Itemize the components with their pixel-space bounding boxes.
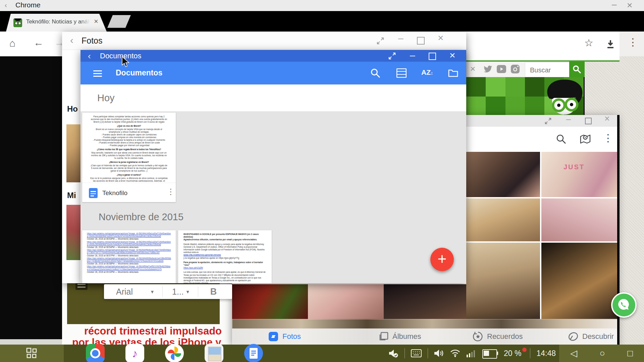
document-card-teknofilo[interactable]: Para participar debes completar tantas a… — [82, 113, 176, 202]
photo-thumbnail[interactable] — [66, 205, 81, 260]
taskbar: ♪ — [0, 345, 644, 362]
photos-minimize-icon[interactable]: – — [566, 115, 571, 123]
photos-menu-icon[interactable]: ⋮ — [603, 132, 613, 144]
create-document-fab[interactable]: + — [430, 248, 454, 271]
photo-thumbnail[interactable] — [541, 243, 617, 319]
wifi-icon[interactable] — [450, 349, 460, 357]
speaker-icon[interactable] — [434, 349, 444, 358]
keyboard-icon[interactable] — [411, 349, 422, 357]
window-back-icon[interactable]: ‹ — [5, 1, 7, 9]
site-search-button[interactable] — [569, 62, 585, 77]
photos-nav-recuerdos[interactable]: Recuerdos — [473, 331, 523, 342]
close-banner-icon[interactable]: × — [470, 64, 475, 74]
chrome-window-titlebar[interactable]: ‹ Chrome – × — [0, 0, 644, 11]
photos-nav-albumes[interactable]: Álbumes — [379, 332, 421, 341]
photo-thumbnail[interactable] — [384, 284, 466, 319]
fotos-close-icon[interactable]: × — [438, 34, 444, 42]
fotos-date-header-2: Mi — [67, 191, 76, 200]
fotos-expand-icon[interactable] — [377, 37, 384, 45]
clock[interactable]: 14:48 — [536, 349, 556, 358]
docs-app-icon[interactable] — [244, 344, 263, 362]
browser-menu-icon[interactable]: ⋮ — [628, 36, 638, 48]
minimize-icon[interactable]: – — [612, 0, 616, 10]
nav-label: Descubrir — [582, 332, 614, 341]
google-photos-app-icon[interactable] — [165, 344, 184, 362]
page-strip — [466, 56, 620, 60]
nav-back-button[interactable]: ◁ — [570, 348, 577, 359]
fotos-back-icon[interactable]: ‹ — [70, 35, 73, 46]
photos-nav-descubrir[interactable]: Descubrir — [568, 331, 614, 342]
photo-thumbnail[interactable] — [232, 284, 308, 319]
instagram-icon[interactable] — [511, 64, 520, 74]
photos-maximize-icon[interactable] — [585, 118, 592, 124]
document-preview: Para participar debes completar tantas a… — [88, 115, 170, 182]
documentos-minimize-icon[interactable]: – — [410, 50, 415, 61]
photo-thumbnail[interactable] — [308, 284, 384, 319]
fotos-minimize-icon[interactable]: – — [398, 35, 404, 42]
folder-icon[interactable] — [448, 69, 458, 77]
menu-icon[interactable] — [93, 69, 102, 78]
bookmark-star-icon[interactable]: ☆ — [584, 37, 593, 49]
notification-dot — [522, 348, 527, 352]
app-launcher-button[interactable] — [0, 345, 64, 362]
nav-recents-button[interactable]: □ — [627, 348, 633, 359]
new-tab-button[interactable] — [107, 15, 131, 28]
taskbar-status-area: 20 % 14:48 — [388, 348, 556, 358]
documentos-maximize-icon[interactable] — [429, 53, 436, 60]
photos-nav-fotos[interactable]: Fotos — [268, 331, 301, 342]
photo-thumbnail[interactable] — [466, 152, 540, 197]
signal-bars-icon[interactable] — [466, 349, 476, 357]
documentos-back-icon[interactable]: ‹ — [88, 51, 91, 61]
nav-label: Recuerdos — [487, 332, 523, 341]
search-icon[interactable] — [370, 68, 380, 78]
music-app-icon[interactable]: ♪ — [125, 344, 144, 362]
photo-thumbnail[interactable] — [466, 243, 540, 319]
font-size-select[interactable]: 1... — [172, 287, 184, 297]
gallery-app-icon[interactable] — [205, 344, 223, 362]
site-search-input[interactable] — [525, 62, 575, 78]
mouse-cursor — [121, 56, 130, 68]
document-card-november-2[interactable]: INVESTIGANDO A GOOGLE por presunto ESPIO… — [178, 230, 272, 283]
fotos-maximize-icon[interactable] — [417, 37, 425, 45]
memories-tab-icon — [473, 331, 483, 342]
tab-close-icon[interactable]: × — [94, 17, 98, 26]
back-icon[interactable]: ← — [34, 37, 44, 48]
battery-icon[interactable] — [482, 349, 498, 357]
sort-az-icon[interactable]: AZ↕ — [421, 68, 433, 76]
photos-map-icon[interactable] — [580, 133, 591, 145]
documentos-titlebar[interactable]: ‹ Documentos – × — [80, 50, 466, 62]
font-family-select[interactable]: Arial — [116, 287, 133, 297]
volume-notification-icon[interactable] — [388, 349, 398, 358]
bold-button[interactable]: B — [210, 287, 217, 297]
documentos-toolbar-title: Documentos — [116, 68, 162, 77]
youtube-icon[interactable] — [496, 65, 506, 73]
article-headline-line1[interactable]: récord trimestral impulsado — [84, 325, 222, 337]
fotos-titlebar[interactable]: ‹ Fotos – × — [62, 32, 466, 50]
section-header-november: Noviembre de 2015 — [99, 212, 183, 223]
android-nav-buttons: ◁ ○ □ — [559, 345, 644, 362]
list-view-icon[interactable] — [396, 68, 407, 78]
font-size-dropdown-icon[interactable]: ▾ — [186, 289, 189, 295]
docs-format-bar: Arial ▾ 1... ▾ B — [104, 284, 232, 299]
photo-thumbnail[interactable] — [466, 198, 540, 241]
photos-expand-icon[interactable] — [545, 118, 551, 124]
documentos-close-icon[interactable]: × — [449, 50, 455, 61]
whatsapp-bubble[interactable] — [611, 292, 637, 318]
photos-search-icon[interactable] — [556, 134, 566, 144]
card-overflow-icon[interactable]: ⋮ — [167, 187, 175, 196]
documentos-expand-icon[interactable] — [388, 52, 396, 60]
document-card-november-1[interactable]: https://api.netatmo.net/api/getcamerapic… — [82, 230, 176, 283]
photo-thumbnail[interactable]: JUST — [541, 152, 617, 197]
chrome-app-icon[interactable] — [86, 344, 105, 362]
photos-close-icon[interactable]: × — [604, 115, 610, 122]
browser-tab[interactable]: Teknófilo: Noticias y análisis × — [6, 14, 107, 32]
download-icon[interactable] — [606, 40, 615, 49]
close-icon[interactable]: × — [627, 0, 632, 11]
home-icon[interactable]: ⌂ — [9, 38, 15, 49]
font-family-dropdown-icon[interactable]: ▾ — [151, 289, 154, 295]
photos-bottom-nav: Fotos Álbumes Recuerdos — [232, 328, 617, 345]
nav-home-button[interactable]: ○ — [600, 348, 605, 359]
photo-thumbnail[interactable] — [66, 124, 81, 182]
photo-thumbnail[interactable] — [541, 198, 617, 241]
twitter-icon[interactable] — [484, 65, 492, 73]
